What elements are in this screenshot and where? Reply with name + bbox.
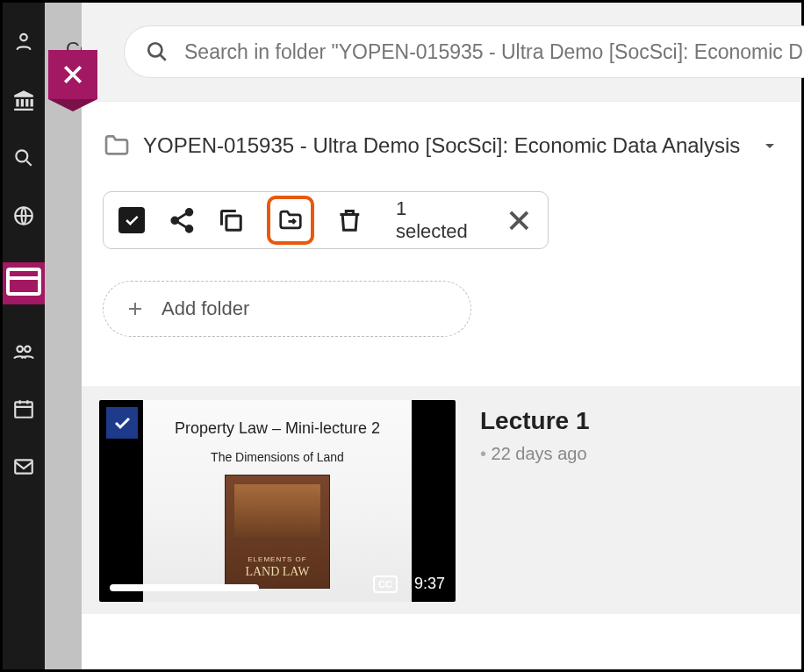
video-checkbox[interactable] xyxy=(106,407,138,439)
svg-rect-6 xyxy=(15,402,32,417)
messages-icon[interactable] xyxy=(12,455,35,478)
folder-icon xyxy=(103,132,131,160)
globe-icon[interactable] xyxy=(12,204,35,227)
left-nav-rail xyxy=(3,3,45,669)
closed-captions-badge: CC xyxy=(373,575,398,593)
search-input[interactable] xyxy=(184,40,804,64)
courses-icon[interactable] xyxy=(3,262,45,304)
search-nav-icon[interactable] xyxy=(12,147,35,169)
video-metadata: Lecture 1 22 days ago xyxy=(456,386,590,614)
share-icon xyxy=(168,206,197,235)
plus-icon xyxy=(125,298,146,319)
svg-point-8 xyxy=(148,43,162,56)
add-folder-button[interactable]: Add folder xyxy=(103,281,471,337)
search-field[interactable] xyxy=(124,25,804,78)
move-to-folder-icon xyxy=(277,207,304,233)
video-timestamp: 22 days ago xyxy=(480,444,590,464)
check-icon xyxy=(111,412,133,433)
delete-button[interactable] xyxy=(335,205,364,235)
svg-rect-7 xyxy=(15,460,32,473)
chevron-down-icon[interactable] xyxy=(759,135,780,156)
svg-point-0 xyxy=(20,34,27,41)
book-line1: ELEMENTS OF xyxy=(248,555,306,563)
book-cover: ELEMENTS OF LAND LAW xyxy=(225,475,330,589)
slide-title: Property Law – Mini-lecture 2 xyxy=(175,419,380,438)
clear-selection-button[interactable] xyxy=(505,205,534,235)
close-icon xyxy=(505,206,534,235)
slide-subtitle: The Dimensions of Land xyxy=(211,450,344,464)
video-title[interactable]: Lecture 1 xyxy=(480,407,590,435)
profile-icon[interactable] xyxy=(12,31,35,54)
selection-action-bar: 1 selected xyxy=(103,191,549,249)
svg-rect-3 xyxy=(8,269,39,294)
add-folder-label: Add folder xyxy=(162,297,249,320)
search-icon xyxy=(146,40,169,63)
video-thumbnail[interactable]: Property Law – Mini-lecture 2 The Dimens… xyxy=(99,400,456,602)
svg-point-4 xyxy=(17,347,23,353)
svg-rect-12 xyxy=(226,216,240,230)
groups-icon[interactable] xyxy=(12,340,35,362)
video-duration: 9:37 xyxy=(414,575,445,593)
breadcrumb: YOPEN-015935 - Ultra Demo [SocSci]: Econ… xyxy=(82,102,801,170)
close-icon xyxy=(60,61,86,88)
share-button[interactable] xyxy=(168,205,197,235)
select-all-button[interactable] xyxy=(118,205,147,235)
svg-point-1 xyxy=(16,150,27,161)
copy-button[interactable] xyxy=(217,205,246,235)
main-panel: YOPEN-015935 - Ultra Demo [SocSci]: Econ… xyxy=(82,3,801,669)
close-panel-button[interactable] xyxy=(48,50,97,99)
copy-icon xyxy=(217,206,246,235)
checkbox-checked-icon xyxy=(118,207,145,233)
move-button[interactable] xyxy=(267,196,314,245)
selection-count: 1 selected xyxy=(396,197,480,243)
video-progress-bar[interactable] xyxy=(110,584,259,591)
trash-icon xyxy=(335,206,364,235)
institution-icon[interactable] xyxy=(12,89,35,111)
search-header xyxy=(82,3,801,102)
folder-title: YOPEN-015935 - Ultra Demo [SocSci]: Econ… xyxy=(143,133,747,158)
svg-point-5 xyxy=(25,347,31,353)
slide-preview: Property Law – Mini-lecture 2 The Dimens… xyxy=(143,400,412,602)
calendar-icon[interactable] xyxy=(12,397,35,420)
book-line2: LAND LAW xyxy=(245,565,309,579)
video-item-row[interactable]: Property Law – Mini-lecture 2 The Dimens… xyxy=(82,386,801,614)
